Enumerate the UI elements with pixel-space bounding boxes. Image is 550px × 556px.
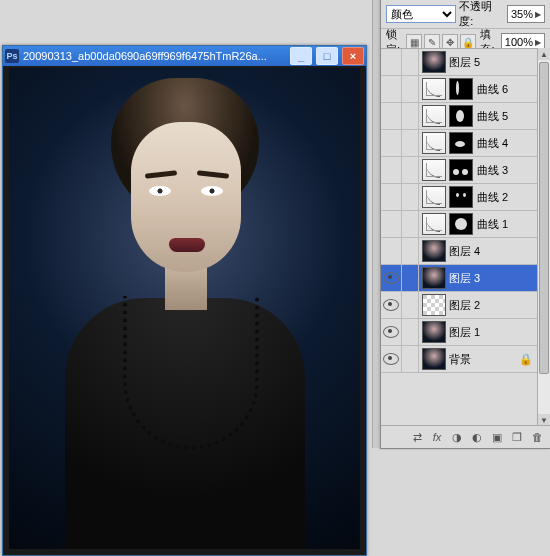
layers-panel-bottombar: ⇄ fx ◑ ◐ ▣ ❐ 🗑: [381, 425, 550, 448]
layer-link-col[interactable]: [402, 292, 419, 318]
eye-icon: [383, 326, 399, 338]
layer-link-col[interactable]: [402, 319, 419, 345]
layer-link-col[interactable]: [402, 130, 419, 156]
layer-row[interactable]: 图层 3: [381, 265, 538, 292]
document-titlebar[interactable]: Ps 20090313_ab00da0690a69ff969f6475hTmR2…: [3, 46, 366, 66]
layer-row[interactable]: 图层 4: [381, 238, 538, 265]
layer-link-col[interactable]: [402, 157, 419, 183]
layer-thumb[interactable]: [422, 240, 446, 262]
layer-mask-thumb[interactable]: [449, 105, 473, 127]
layer-row[interactable]: 曲线 1: [381, 211, 538, 238]
document-window: Ps 20090313_ab00da0690a69ff969f6475hTmR2…: [2, 45, 367, 556]
layer-link-col[interactable]: [402, 49, 419, 75]
mask-icon[interactable]: ◑: [448, 429, 466, 445]
window-minimize-button[interactable]: _: [290, 47, 312, 65]
layer-visibility-toggle[interactable]: [381, 265, 402, 291]
layer-row[interactable]: 背景🔒: [381, 346, 538, 373]
layer-visibility-toggle[interactable]: [381, 292, 402, 318]
layer-row[interactable]: 曲线 4: [381, 130, 538, 157]
layer-link-col[interactable]: [402, 265, 419, 291]
new-layer-icon[interactable]: ❐: [508, 429, 526, 445]
curves-adjustment-thumb[interactable]: [422, 105, 446, 127]
document-canvas[interactable]: [9, 68, 360, 549]
layer-name[interactable]: 图层 1: [449, 325, 480, 340]
curves-adjustment-thumb[interactable]: [422, 78, 446, 100]
curves-adjustment-thumb[interactable]: [422, 213, 446, 235]
curves-adjustment-thumb[interactable]: [422, 186, 446, 208]
layers-panel-options-row: 颜色 不透明度: 35% ▶: [381, 0, 550, 29]
layer-name[interactable]: 曲线 4: [477, 136, 508, 151]
window-close-button[interactable]: ×: [342, 47, 364, 65]
layer-name[interactable]: 图层 2: [449, 298, 480, 313]
fx-icon[interactable]: fx: [428, 429, 446, 445]
layer-thumb[interactable]: [422, 51, 446, 73]
layer-link-col[interactable]: [402, 238, 419, 264]
layer-visibility-toggle[interactable]: [381, 130, 402, 156]
layers-panel: 颜色 不透明度: 35% ▶ 锁定: ▦ ✎ ✥ 🔒 填充: 100% ▶ 图层…: [380, 0, 550, 449]
layer-link-col[interactable]: [402, 103, 419, 129]
layer-row[interactable]: 曲线 3: [381, 157, 538, 184]
layer-name[interactable]: 曲线 5: [477, 109, 508, 124]
scroll-thumb[interactable]: [539, 62, 549, 374]
canvas-image: [65, 78, 305, 458]
group-icon[interactable]: ▣: [488, 429, 506, 445]
layer-name[interactable]: 图层 4: [449, 244, 480, 259]
layer-link-col[interactable]: [402, 346, 419, 372]
layer-thumb[interactable]: [422, 294, 446, 316]
layer-visibility-toggle[interactable]: [381, 76, 402, 102]
layers-scrollbar[interactable]: ▲ ▼: [537, 48, 550, 426]
layer-visibility-toggle[interactable]: [381, 346, 402, 372]
opacity-value-text: 35%: [511, 8, 533, 20]
panel-gutter: [372, 0, 379, 448]
layer-thumb[interactable]: [422, 348, 446, 370]
lock-icon: 🔒: [519, 353, 533, 366]
layer-visibility-toggle[interactable]: [381, 103, 402, 129]
eye-icon: [383, 272, 399, 284]
layer-link-col[interactable]: [402, 76, 419, 102]
layer-mask-thumb[interactable]: [449, 78, 473, 100]
layer-link-col[interactable]: [402, 211, 419, 237]
layer-name[interactable]: 背景: [449, 352, 471, 367]
layer-row[interactable]: 曲线 5: [381, 103, 538, 130]
window-maximize-button[interactable]: □: [316, 47, 338, 65]
opacity-label: 不透明度:: [459, 0, 504, 29]
layer-thumb[interactable]: [422, 321, 446, 343]
chevron-right-icon: ▶: [535, 10, 541, 19]
layer-mask-thumb[interactable]: [449, 186, 473, 208]
layer-visibility-toggle[interactable]: [381, 211, 402, 237]
layer-name[interactable]: 图层 3: [449, 271, 480, 286]
link-icon[interactable]: ⇄: [408, 429, 426, 445]
eye-icon: [383, 353, 399, 365]
layer-link-col[interactable]: [402, 184, 419, 210]
layer-mask-thumb[interactable]: [449, 213, 473, 235]
layer-visibility-toggle[interactable]: [381, 157, 402, 183]
layer-row[interactable]: 曲线 6: [381, 76, 538, 103]
layer-thumb[interactable]: [422, 267, 446, 289]
layer-visibility-toggle[interactable]: [381, 319, 402, 345]
layer-row[interactable]: 图层 1: [381, 319, 538, 346]
opacity-input[interactable]: 35% ▶: [507, 5, 545, 23]
scroll-up-button[interactable]: ▲: [538, 48, 550, 60]
layer-row[interactable]: 图层 2: [381, 292, 538, 319]
layer-visibility-toggle[interactable]: [381, 184, 402, 210]
trash-icon[interactable]: 🗑: [528, 429, 546, 445]
layer-mask-thumb[interactable]: [449, 159, 473, 181]
app-doc-icon: Ps: [5, 49, 19, 63]
layer-mask-thumb[interactable]: [449, 132, 473, 154]
layer-row[interactable]: 图层 5: [381, 49, 538, 76]
layer-name[interactable]: 曲线 6: [477, 82, 508, 97]
layer-row[interactable]: 曲线 2: [381, 184, 538, 211]
layer-name[interactable]: 图层 5: [449, 55, 480, 70]
fill-adj-icon[interactable]: ◐: [468, 429, 486, 445]
curves-adjustment-thumb[interactable]: [422, 159, 446, 181]
layer-name[interactable]: 曲线 2: [477, 190, 508, 205]
layers-list: 图层 5曲线 6曲线 5曲线 4曲线 3曲线 2曲线 1图层 4图层 3图层 2…: [381, 48, 538, 426]
layer-visibility-toggle[interactable]: [381, 49, 402, 75]
fill-value-text: 100%: [505, 36, 533, 48]
curves-adjustment-thumb[interactable]: [422, 132, 446, 154]
document-title: 20090313_ab00da0690a69ff969f6475hTmR26a.…: [23, 50, 286, 62]
layer-name[interactable]: 曲线 1: [477, 217, 508, 232]
layer-visibility-toggle[interactable]: [381, 238, 402, 264]
layer-name[interactable]: 曲线 3: [477, 163, 508, 178]
blend-mode-select[interactable]: 颜色: [386, 5, 456, 23]
